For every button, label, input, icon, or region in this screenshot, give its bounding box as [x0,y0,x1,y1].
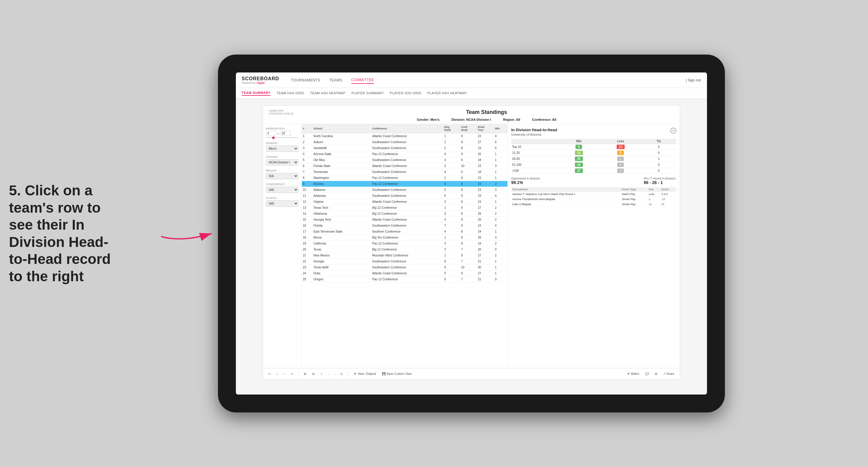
toolbar-sep-2 [335,371,335,377]
cell-wins: 2 [494,253,507,258]
table-row[interactable]: 12 Virginia Atlantic Coast Conference 3 … [302,199,507,205]
h2h-loss: 13 [600,144,641,150]
min-rounds-input[interactable] [266,131,276,136]
cell-conf: 8 [460,241,476,247]
cell-school: Alabama [312,187,371,193]
table-row[interactable]: 19 California Pac-12 Conference 4 8 24 2 [302,241,507,247]
comment-button[interactable]: 💬 [644,371,651,376]
opponents-value: 99.1% [512,180,540,185]
crop2-button[interactable]: ⊟ [310,371,316,376]
nav-committee[interactable]: COMMITTEE [351,76,374,84]
col-rnds: RndsTour [477,124,494,133]
table-row[interactable]: 9 Arizona Pac-12 Conference 5 8 23 2 [302,181,507,187]
table-row[interactable]: 2 Auburn Southeastern Conference 1 9 27 … [302,139,507,145]
undo-button[interactable]: ↩ [267,371,273,376]
table-row[interactable]: 23 Texas A&M Southeastern Conference 9 1… [302,264,507,271]
redo-button[interactable]: ↪ [289,371,294,376]
table-row[interactable]: 4 Arizona State Pac-12 Conference 4 9 26… [302,151,507,157]
step-back-button[interactable]: ‹ [275,371,279,376]
cell-conference: Big 12 Conference [371,205,443,211]
view-original-button[interactable]: 👁 View: Original [352,371,378,376]
cell-rnds: 24 [477,241,494,247]
save-custom-button[interactable]: 💾 Save Custom View [380,371,413,376]
cell-conf: 10 [460,264,476,271]
step-forward-button[interactable]: › [282,371,286,376]
sub-nav-team-h2h-heatmap[interactable]: TEAM H2H HEATMAP [310,91,346,95]
table-row[interactable]: 7 Tennessee Southeastern Conference 4 6 … [302,169,507,175]
cell-reg: 3 [443,247,460,253]
max-rounds-input[interactable] [280,131,291,136]
cell-school: Florida State [312,163,371,169]
cell-wins: 2 [494,217,507,223]
cell-school: Tennessee [312,169,371,175]
cell-conference: Southeastern Conference [371,139,443,145]
table-row[interactable]: 14 Oklahoma Big 12 Conference 3 8 26 2 [302,211,507,217]
cell-reg: 1 [443,253,460,258]
h2h-close-button[interactable]: ✕ [670,128,676,134]
h2h-tie: 0 [641,144,676,150]
sub-nav: TEAM SUMMARY TEAM H2H GRID TEAM H2H HEAT… [236,88,707,99]
cell-school: Texas [312,247,371,253]
left-panel: Minimum Rou... – Gender [263,124,507,368]
col-reg-rank: RegRank [443,124,460,133]
tournament-table: Tournament Event Type Pos Score Jackson … [512,187,676,207]
region-select[interactable]: N/A [266,173,299,179]
table-row[interactable]: 5 Ole Miss Southeastern Conference 3 6 1… [302,157,507,163]
grid-button[interactable]: ⊞ [653,371,659,376]
h2h-col-tie: Tie [641,139,676,144]
cell-conf: 8 [460,193,476,199]
nav-teams[interactable]: TEAMS [329,77,342,84]
crop-button[interactable]: ⊞ [302,371,308,376]
gender-label: Gender: Men's [417,118,439,121]
table-row[interactable]: 15 Georgia Tech Atlantic Coast Conferenc… [302,217,507,223]
table-row[interactable]: 3 Vanderbilt Southeastern Conference 2 8… [302,145,507,151]
table-row[interactable]: 10 Alabama Southeastern Conference 5 8 2… [302,187,507,193]
watch-button[interactable]: 👁 Watch [625,371,641,376]
table-row[interactable]: 1 North Carolina Atlantic Coast Conferen… [302,133,507,139]
nav-tournaments[interactable]: TOURNAMENTS [291,77,320,84]
cell-rnds: 24 [477,229,494,235]
tourney-col-name: Tournament [512,187,621,192]
table-row[interactable]: 20 Texas Big 12 Conference 3 7 20 0 [302,247,507,253]
cell-conf: 6 [460,169,476,175]
minus-button[interactable]: - [327,371,331,376]
table-row[interactable]: 16 Florida Southeastern Conference 7 9 2… [302,223,507,229]
cell-wins: 1 [494,271,507,276]
cell-conference: Southeastern Conference [371,187,443,193]
share-button[interactable]: ↗ Share [661,371,676,376]
table-row[interactable]: 21 New Mexico Mountain West Conference 1… [302,253,507,258]
table-row[interactable]: 8 Washington Pac-12 Conference 2 8 23 1 [302,175,507,181]
table-row[interactable]: 6 Florida State Atlantic Coast Conferenc… [302,163,507,169]
tourney-pos: 11 [648,202,660,207]
cell-rank: 18 [302,235,312,241]
table-row[interactable]: 17 East Tennessee State Southern Confere… [302,229,507,235]
clock-button[interactable]: ⊙ [338,371,344,376]
cell-wins: 4 [494,133,507,139]
sub-nav-player-h2h-heatmap[interactable]: PLAYER H2H HEATMAP [427,91,467,95]
sign-out-button[interactable]: | Sign out [686,78,701,82]
cell-conf: 10 [460,163,476,169]
sub-nav-player-summary[interactable]: PLAYER SUMMARY [351,91,384,95]
cell-reg: 5 [443,187,460,193]
gender-select[interactable]: Men's Women's [266,146,299,152]
table-row[interactable]: 11 Arkansas Southeastern Conference 6 8 … [302,193,507,199]
h2h-win: 3 [558,144,600,150]
school-filter-label: School [266,196,299,199]
cell-rnds: 27 [477,271,494,276]
table-row[interactable]: 13 Texas Tech Big 12 Conference 1 9 27 2 [302,205,507,211]
table-row[interactable]: 22 Georgia Southeastern Conference 8 7 2… [302,258,507,264]
cell-rnds: 23 [477,175,494,181]
cell-conference: Pac-12 Conference [371,151,443,157]
table-row[interactable]: 18 Illinois Big Ten Conference 1 9 26 3 [302,235,507,241]
sub-nav-team-summary[interactable]: TEAM SUMMARY [242,91,271,96]
conference-select[interactable]: (All) [266,187,299,193]
sub-nav-team-h2h-grid[interactable]: TEAM H2H GRID [276,91,304,95]
table-row[interactable]: 25 Oregon Pac-12 Conference 5 7 21 0 [302,276,507,282]
school-select[interactable]: (All) [266,200,299,207]
cell-rnds: 23 [477,193,494,199]
sub-nav-player-h2h-grid[interactable]: PLAYER H2H GRID [390,91,422,95]
table-row[interactable]: 24 Duke Atlantic Coast Conference 5 9 27… [302,271,507,276]
division-select[interactable]: NCAA Division I [266,159,299,165]
cell-school: Texas A&M [312,264,371,271]
plus-button[interactable]: + [319,371,324,376]
